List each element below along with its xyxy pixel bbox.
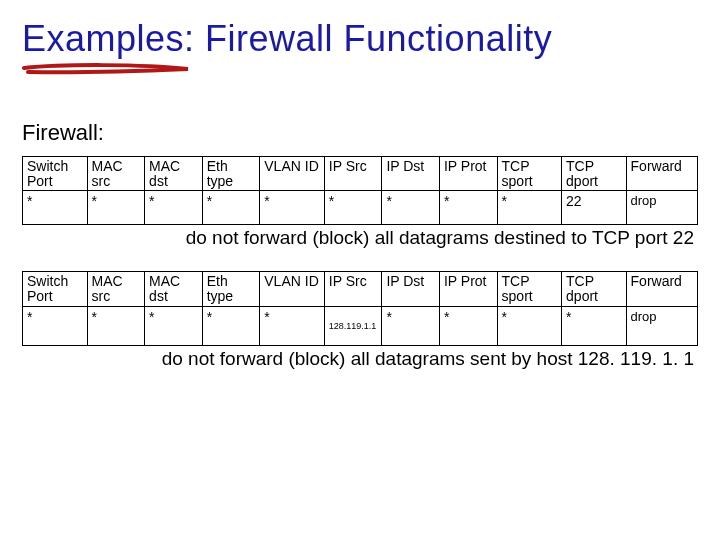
cell-ip-dst: *: [382, 306, 440, 345]
col-tcp-sport: TCP sport: [497, 272, 562, 306]
cell-mac-dst: *: [145, 306, 203, 345]
cell-vlan-id: *: [260, 191, 325, 225]
cell-tcp-dport: *: [562, 306, 627, 345]
cell-tcp-dport: 22: [562, 191, 627, 225]
col-forward: Forward: [626, 157, 697, 191]
col-mac-src: MAC src: [87, 157, 145, 191]
col-ip-src: IP Src: [324, 272, 382, 306]
col-tcp-dport: TCP dport: [562, 272, 627, 306]
cell-switch-port: *: [23, 306, 88, 345]
col-tcp-dport: TCP dport: [562, 157, 627, 191]
header-row: Switch Port MAC src MAC dst Eth type VLA…: [23, 272, 698, 306]
cell-ip-src: *: [324, 191, 382, 225]
cell-ip-prot: *: [439, 306, 497, 345]
cell-mac-src: *: [87, 191, 145, 225]
col-vlan-id: VLAN ID: [260, 157, 325, 191]
col-mac-dst: MAC dst: [145, 157, 203, 191]
slide-title: Examples: Firewall Functionality: [22, 18, 698, 60]
col-mac-src: MAC src: [87, 272, 145, 306]
cell-ip-prot: *: [439, 191, 497, 225]
cell-switch-port: *: [23, 191, 88, 225]
section-label: Firewall:: [22, 120, 698, 146]
col-eth-type: Eth type: [202, 272, 260, 306]
cell-tcp-sport: *: [497, 191, 562, 225]
cell-eth-type: *: [202, 191, 260, 225]
cell-eth-type: *: [202, 306, 260, 345]
firewall-rule-table-2: Switch Port MAC src MAC dst Eth type VLA…: [22, 271, 698, 345]
rule-row-2: * * * * * 128.119.1.1 * * * * drop: [23, 306, 698, 345]
col-switch-port: Switch Port: [23, 272, 88, 306]
col-ip-prot: IP Prot: [439, 157, 497, 191]
cell-ip-dst: *: [382, 191, 440, 225]
col-ip-dst: IP Dst: [382, 272, 440, 306]
title-underline: [22, 62, 192, 76]
cell-ip-src: 128.119.1.1: [324, 306, 382, 345]
col-eth-type: Eth type: [202, 157, 260, 191]
rule-row-1: * * * * * * * * * 22 drop: [23, 191, 698, 225]
rule-1-caption: do not forward (block) all datagrams des…: [22, 227, 694, 249]
col-forward: Forward: [626, 272, 697, 306]
header-row: Switch Port MAC src MAC dst Eth type VLA…: [23, 157, 698, 191]
col-switch-port: Switch Port: [23, 157, 88, 191]
cell-mac-src: *: [87, 306, 145, 345]
col-vlan-id: VLAN ID: [260, 272, 325, 306]
col-tcp-sport: TCP sport: [497, 157, 562, 191]
col-ip-dst: IP Dst: [382, 157, 440, 191]
cell-mac-dst: *: [145, 191, 203, 225]
col-ip-prot: IP Prot: [439, 272, 497, 306]
col-ip-src: IP Src: [324, 157, 382, 191]
cell-tcp-sport: *: [497, 306, 562, 345]
cell-vlan-id: *: [260, 306, 325, 345]
cell-action: drop: [626, 306, 697, 345]
cell-action: drop: [626, 191, 697, 225]
firewall-rule-table-1: Switch Port MAC src MAC dst Eth type VLA…: [22, 156, 698, 225]
col-mac-dst: MAC dst: [145, 272, 203, 306]
rule-2-caption: do not forward (block) all datagrams sen…: [22, 348, 694, 370]
